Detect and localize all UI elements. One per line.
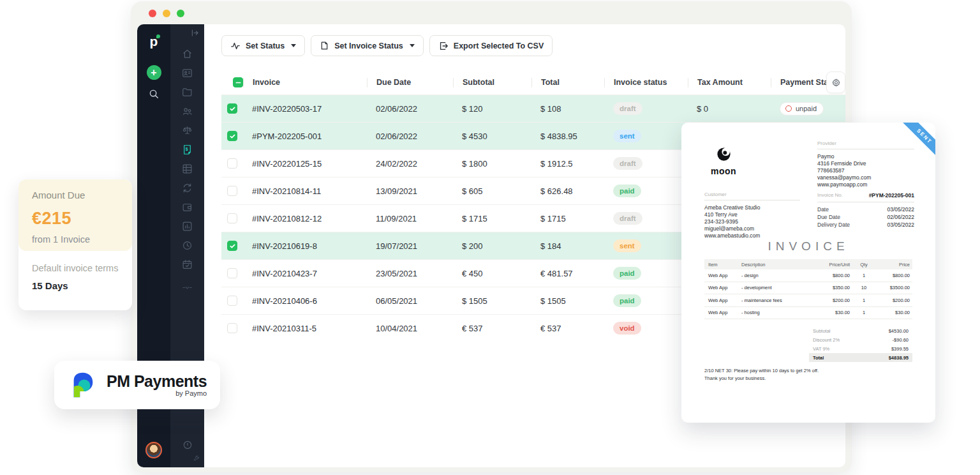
totals-value: -$90.60 [893, 337, 909, 343]
items-row: Web App- design$800.001$800.00 [704, 269, 912, 282]
team-icon [181, 105, 193, 117]
sidebar-item-reports[interactable] [170, 216, 204, 236]
row-checkbox[interactable] [227, 131, 237, 141]
timer-button[interactable] [182, 439, 193, 451]
items-row: Web App- development$350.0010$3500.00 [704, 282, 912, 295]
row-checkbox[interactable] [227, 213, 237, 223]
meta-value: 03/05/2022 [887, 221, 914, 229]
invoice-number-cell: #INV-20210423-7 [243, 269, 367, 278]
items-cell: $200.00 [813, 298, 852, 303]
provider-line: 4316 Fernside Drive [817, 160, 914, 167]
amount-due-label: Amount Due [32, 190, 119, 200]
provider-line: vanessa@paymo.com [817, 174, 914, 181]
invoices-icon: $ [181, 144, 193, 156]
settings-wrench-button[interactable] [193, 455, 200, 462]
row-checkbox[interactable] [227, 103, 237, 114]
user-avatar[interactable] [145, 442, 162, 458]
toolbar-button-label: Export Selected To CSV [454, 41, 544, 50]
row-checkbox[interactable] [227, 296, 237, 306]
items-cell: - maintenance fees [741, 298, 813, 303]
totals-row: Total$4838.95 [809, 353, 912, 362]
sidebar-item-contacts[interactable] [170, 63, 204, 82]
items-cell: - design [741, 273, 813, 278]
invoice-notes: 2/10 NET 30: Please pay within 10 days t… [704, 367, 819, 382]
sidebar-item-invoices[interactable]: $ [170, 140, 204, 159]
column-header-4[interactable]: Invoice status [604, 78, 688, 87]
invoice-status-cell: draft [604, 102, 688, 115]
due-date-cell: 19/07/2021 [367, 241, 453, 251]
sidebar-item-wallet[interactable] [170, 197, 204, 216]
totals-value: $399.55 [891, 346, 909, 352]
provider-label: Provider [817, 140, 914, 149]
minimize-window-button[interactable] [163, 10, 170, 17]
toolbar-button-2[interactable]: Export Selected To CSV [429, 35, 553, 56]
provider-lines: Paymo4316 Fernside Drive778663587vanessa… [817, 153, 914, 188]
amount-due-panel: Amount Due €215 from 1 Invoice [19, 179, 132, 251]
customer-line: miguel@ameba.com [704, 225, 800, 232]
meta-value: 03/05/2022 [887, 206, 914, 213]
total-cell: $ 1715 [531, 214, 604, 223]
subtotal-cell: $ 1715 [453, 214, 531, 223]
sidebar-item-spreadsheet[interactable] [170, 159, 204, 178]
row-checkbox[interactable] [227, 323, 237, 333]
row-checkbox-cell [221, 158, 243, 169]
items-cell: $30.00 [875, 310, 912, 315]
items-cell: Web App [704, 310, 741, 315]
close-window-button[interactable] [149, 10, 156, 17]
table-row[interactable]: #INV-20220503-1702/06/2022$ 120$ 108draf… [221, 94, 845, 122]
add-button[interactable]: + [147, 65, 161, 80]
select-all-checkbox[interactable] [233, 77, 243, 87]
sidebar-item-calendar[interactable] [170, 255, 204, 274]
status-badge: paid [613, 294, 641, 307]
toolbar-button-1[interactable]: Set Invoice Status [311, 35, 424, 56]
status-badge: void [613, 322, 641, 335]
meta-value: 02/06/2022 [887, 213, 914, 221]
items-cell: Web App [704, 298, 741, 303]
sidebar-item-home[interactable] [170, 44, 204, 63]
sidebar-item-team[interactable] [170, 102, 204, 121]
invoice-meta-row: Delivery Date03/05/2022 [817, 221, 914, 229]
items-cell: $30.00 [813, 310, 852, 315]
row-checkbox[interactable] [227, 268, 237, 278]
reports-icon [181, 220, 193, 232]
due-date-cell: 06/05/2021 [367, 296, 453, 306]
invoice-number-cell: #PYM-202205-001 [243, 132, 367, 141]
meta-value: #PYM-202205-001 [869, 192, 914, 199]
column-header-1[interactable]: Due Date [367, 78, 453, 87]
sidebar-item-sync[interactable] [170, 178, 204, 197]
column-header-5[interactable]: Tax Amount [688, 78, 771, 87]
search-button[interactable] [148, 88, 160, 100]
column-header-3[interactable]: Total [531, 78, 604, 87]
sidebar-item-scales[interactable] [170, 121, 204, 140]
toolbar-button-0[interactable]: Set Status [221, 35, 305, 56]
row-checkbox[interactable] [227, 186, 237, 196]
subtotal-cell: $ 120 [453, 104, 531, 114]
column-header-0[interactable]: Invoice [243, 78, 367, 87]
pm-payments-logo-icon [68, 370, 98, 400]
subtotal-cell: € 537 [453, 324, 531, 333]
sidebar-item-more[interactable] [170, 278, 204, 297]
row-checkbox-cell [221, 268, 243, 278]
invoice-status-cell: sent [604, 239, 688, 252]
zoom-window-button[interactable] [177, 10, 184, 17]
row-checkbox-cell [221, 213, 243, 223]
column-settings-button[interactable] [826, 72, 845, 93]
amount-due-card: Amount Due €215 from 1 Invoice Default i… [19, 179, 132, 310]
row-checkbox[interactable] [227, 241, 237, 251]
row-checkbox[interactable] [227, 158, 237, 169]
expand-sidebar-icon[interactable] [190, 28, 200, 38]
pm-payments-subtitle: by Paymo [107, 389, 207, 397]
sidebar-item-time[interactable] [170, 236, 204, 255]
totals-row: Subtotal$4530.00 [809, 326, 912, 335]
sidebar-item-folder[interactable] [170, 82, 204, 102]
invoice-number-cell: #INV-20210619-8 [243, 241, 367, 251]
status-badge: paid [613, 185, 641, 197]
total-cell: $ 184 [531, 241, 604, 251]
totals-label: Subtotal [813, 328, 831, 334]
provider-line: www.paymoapp.com [817, 181, 914, 188]
row-checkbox-cell [221, 131, 243, 141]
column-header-2[interactable]: Subtotal [453, 78, 531, 87]
items-cell: Web App [704, 285, 741, 290]
total-cell: € 481.57 [531, 269, 604, 278]
pm-payments-text: PM Payments by Paymo [107, 373, 207, 397]
